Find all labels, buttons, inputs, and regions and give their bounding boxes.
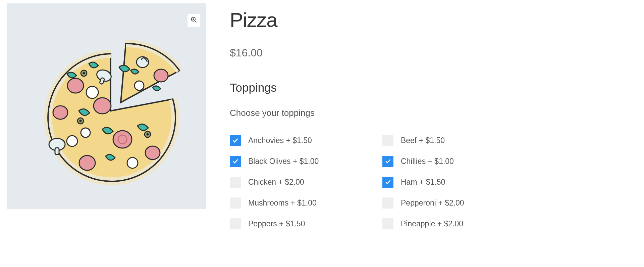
- topping-option[interactable]: Chicken + $2.00: [230, 172, 382, 192]
- topping-label: Ham + $1.50: [401, 178, 445, 187]
- topping-label: Pepperoni + $2.00: [401, 198, 464, 208]
- topping-option[interactable]: Pineapple + $2.00: [382, 213, 535, 234]
- topping-label: Peppers + $1.50: [248, 219, 305, 228]
- toppings-heading: Toppings: [230, 81, 637, 94]
- topping-label: Black Olives + $1.00: [248, 157, 319, 166]
- svg-point-7: [67, 78, 84, 93]
- svg-point-6: [135, 81, 144, 90]
- topping-option[interactable]: Mushrooms + $1.00: [230, 192, 382, 213]
- topping-checkbox[interactable]: [230, 218, 241, 229]
- svg-point-16: [81, 128, 90, 137]
- zoom-in-icon: [191, 16, 197, 25]
- toppings-subheading: Choose your toppings: [230, 108, 637, 118]
- topping-checkbox[interactable]: [382, 156, 393, 167]
- svg-point-13: [53, 106, 68, 119]
- topping-checkbox[interactable]: [382, 197, 393, 209]
- product-details: Pizza $16.00 Toppings Choose your toppin…: [230, 3, 637, 234]
- svg-point-14: [86, 86, 98, 98]
- topping-checkbox[interactable]: [382, 218, 393, 229]
- topping-option[interactable]: Pepperoni + $2.00: [382, 192, 535, 213]
- svg-point-17: [127, 158, 138, 168]
- svg-rect-19: [55, 148, 59, 154]
- topping-label: Mushrooms + $1.00: [248, 198, 317, 208]
- svg-point-10: [113, 131, 132, 148]
- topping-checkbox[interactable]: [230, 156, 241, 167]
- svg-point-15: [67, 136, 77, 146]
- svg-point-5: [154, 69, 168, 82]
- topping-option[interactable]: Peppers + $1.50: [230, 213, 382, 234]
- topping-option[interactable]: Black Olives + $1.00: [230, 151, 382, 172]
- topping-option[interactable]: Anchovies + $1.50: [230, 130, 382, 151]
- topping-option[interactable]: Chillies + $1.00: [382, 151, 535, 172]
- topping-checkbox[interactable]: [230, 135, 241, 146]
- toppings-grid: Anchovies + $1.50Beef + $1.50Black Olive…: [230, 130, 637, 234]
- product-title: Pizza: [230, 8, 637, 32]
- product-image-panel: [7, 3, 206, 209]
- svg-line-1: [195, 21, 197, 23]
- topping-option[interactable]: Ham + $1.50: [382, 172, 535, 192]
- svg-point-25: [79, 120, 82, 122]
- svg-point-23: [83, 72, 85, 75]
- topping-label: Beef + $1.50: [401, 136, 445, 145]
- svg-point-8: [94, 98, 111, 114]
- topping-checkbox[interactable]: [382, 177, 393, 188]
- zoom-button[interactable]: [187, 14, 200, 27]
- topping-label: Anchovies + $1.50: [248, 136, 312, 145]
- topping-checkbox[interactable]: [382, 135, 393, 146]
- topping-label: Chillies + $1.00: [401, 157, 454, 166]
- topping-option[interactable]: Beef + $1.50: [382, 130, 535, 151]
- topping-label: Pineapple + $2.00: [401, 219, 463, 228]
- topping-checkbox[interactable]: [230, 177, 241, 188]
- product-price: $16.00: [230, 47, 637, 59]
- svg-point-9: [79, 155, 95, 170]
- topping-checkbox[interactable]: [230, 197, 241, 209]
- svg-point-27: [147, 133, 149, 136]
- topping-label: Chicken + $2.00: [248, 178, 304, 187]
- svg-point-12: [145, 146, 160, 160]
- pizza-illustration: [35, 35, 186, 186]
